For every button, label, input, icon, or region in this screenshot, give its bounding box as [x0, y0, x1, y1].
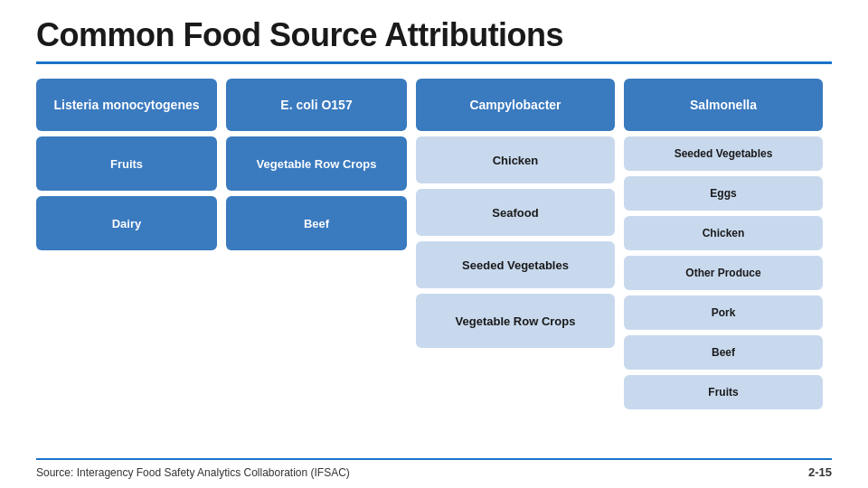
salm-item-fruits: Fruits	[624, 375, 823, 409]
salm-item-seeded-veg: Seeded Vegetables	[624, 136, 823, 171]
camp-item-chicken: Chicken	[416, 136, 615, 183]
salm-item-chicken: Chicken	[624, 216, 823, 250]
page: Common Food Source Attributions Listeria…	[0, 0, 868, 488]
listeria-item-fruits: Fruits	[36, 136, 217, 191]
column-campylobacter: Campylobacter Chicken Seafood Seeded Veg…	[416, 79, 615, 451]
col-header-listeria: Listeria monocytogenes	[36, 79, 217, 131]
title-area: Common Food Source Attributions	[36, 16, 832, 64]
salm-item-pork: Pork	[624, 296, 823, 330]
salm-item-beef: Beef	[624, 335, 823, 370]
listeria-item-dairy: Dairy	[36, 196, 217, 250]
column-listeria: Listeria monocytogenes Fruits Dairy	[36, 79, 217, 451]
col-header-campylobacter: Campylobacter	[416, 79, 615, 131]
camp-item-seeded: Seeded Vegetables	[416, 241, 615, 288]
source-text: Source: Interagency Food Safety Analytic…	[36, 466, 350, 479]
col-header-salmonella: Salmonella	[624, 79, 823, 131]
salm-item-other-produce: Other Produce	[624, 256, 823, 290]
col-header-ecoli: E. coli O157	[226, 79, 407, 131]
ecoli-item-beef: Beef	[226, 196, 407, 250]
camp-item-veg: Vegetable Row Crops	[416, 294, 615, 348]
page-title: Common Food Source Attributions	[36, 16, 832, 54]
page-number: 2-15	[808, 465, 832, 479]
content-grid: Listeria monocytogenes Fruits Dairy E. c…	[36, 79, 832, 451]
salm-item-eggs: Eggs	[624, 176, 823, 211]
footer: Source: Interagency Food Safety Analytic…	[36, 458, 832, 479]
ecoli-item-veg: Vegetable Row Crops	[226, 136, 407, 191]
column-ecoli: E. coli O157 Vegetable Row Crops Beef	[226, 79, 407, 451]
column-salmonella: Salmonella Seeded Vegetables Eggs Chicke…	[624, 79, 823, 451]
camp-item-seafood: Seafood	[416, 189, 615, 236]
